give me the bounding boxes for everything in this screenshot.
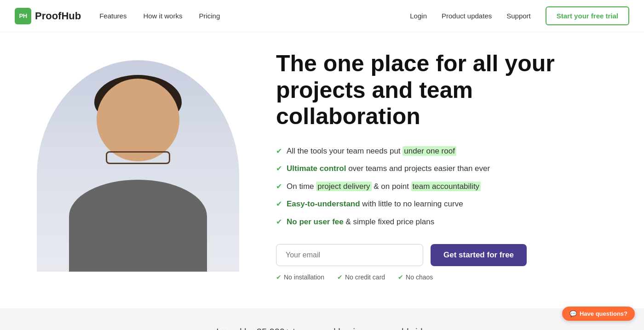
navbar: PH ProofHub Features How it works Pricin…: [0, 0, 644, 32]
person-glasses: [106, 151, 170, 164]
check-icon-2: ✔: [276, 163, 282, 174]
feature-item-2: ✔ Ultimate control over teams and projec…: [276, 162, 607, 175]
logo[interactable]: PH ProofHub: [15, 8, 81, 24]
chat-icon: 💬: [569, 310, 577, 317]
nav-features[interactable]: Features: [99, 12, 126, 20]
sub-checks: ✔ No installation ✔ No credit card ✔ No …: [276, 273, 607, 281]
logo-text: ProofHub: [35, 10, 81, 22]
hero-image: [28, 60, 248, 272]
loved-section: L♥ved by 85,000+ teams and businesses wo…: [0, 308, 644, 330]
email-input[interactable]: [276, 244, 423, 266]
check-icon-4: ✔: [276, 199, 282, 210]
person-head: [97, 79, 179, 161]
hero-person: [37, 60, 239, 272]
loved-text: L♥ved by 85,000+ teams and businesses wo…: [28, 327, 616, 330]
hero-title: The one place for all your projects and …: [276, 51, 607, 130]
sub-check-2: ✔ No credit card: [337, 273, 385, 281]
nav-how-it-works[interactable]: How it works: [143, 12, 182, 20]
nav-right: Login Product updates Support Start your…: [410, 6, 629, 25]
email-row: Get started for free: [276, 244, 607, 266]
hero-content: The one place for all your projects and …: [248, 51, 607, 281]
chat-bubble[interactable]: 💬 Have questions?: [562, 307, 635, 321]
feature-item-3: ✔ On time project delivery & on point te…: [276, 180, 607, 193]
check-icon-5: ✔: [276, 216, 282, 228]
hero-section: The one place for all your projects and …: [0, 32, 644, 308]
nav-login[interactable]: Login: [410, 12, 427, 20]
sub-check-1: ✔ No installation: [276, 273, 324, 281]
nav-start-trial-button[interactable]: Start your free trial: [546, 6, 629, 25]
get-started-button[interactable]: Get started for free: [431, 244, 527, 266]
logo-icon: PH: [15, 8, 31, 24]
feature-item-4: ✔ Easy-to-understand with little to no l…: [276, 198, 607, 210]
check-icon-1: ✔: [276, 146, 282, 157]
nav-product-updates[interactable]: Product updates: [442, 12, 492, 20]
feature-item-1: ✔ All the tools your team needs put unde…: [276, 145, 607, 157]
sub-check-3: ✔ No chaos: [398, 273, 433, 281]
check-icon-3: ✔: [276, 181, 282, 192]
nav-pricing[interactable]: Pricing: [199, 12, 220, 20]
sub-check-icon-1: ✔: [276, 273, 282, 281]
person-body: [69, 180, 207, 272]
nav-links: Features How it works Pricing: [99, 12, 220, 20]
hero-features-list: ✔ All the tools your team needs put unde…: [276, 145, 607, 228]
heart-icon: ♥: [221, 327, 227, 330]
sub-check-icon-2: ✔: [337, 273, 343, 281]
nav-support[interactable]: Support: [506, 12, 531, 20]
feature-item-5: ✔ No per user fee & simple fixed price p…: [276, 216, 607, 228]
sub-check-icon-3: ✔: [398, 273, 403, 281]
